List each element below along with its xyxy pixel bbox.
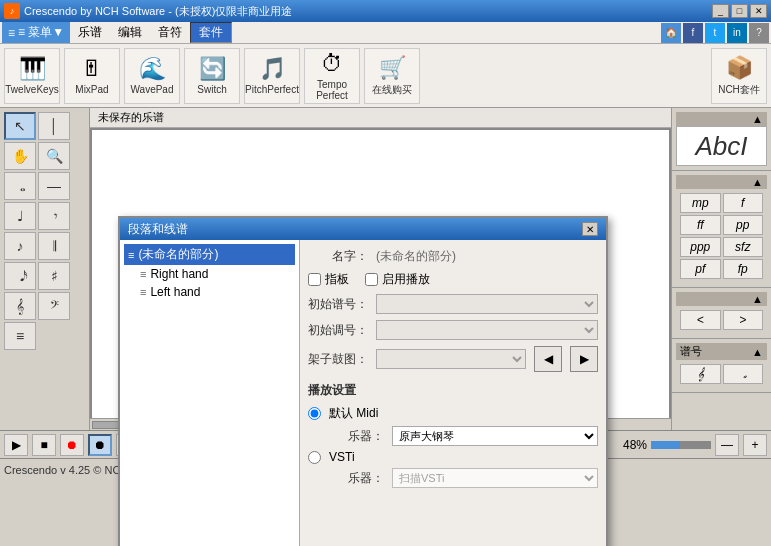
tool-note-whole[interactable]: 𝅝 xyxy=(4,172,36,200)
checkbox-fretboard-input[interactable] xyxy=(308,273,321,286)
zoom-slider[interactable] xyxy=(651,441,711,449)
playback-label: 播放设置 xyxy=(308,382,598,399)
stop-icon: ■ xyxy=(40,438,47,452)
tool-sixteenth[interactable]: 𝅘𝅥𝅯 xyxy=(4,262,36,290)
vsti-instrument-select[interactable]: 扫描VSTi xyxy=(392,468,598,488)
checkbox-playback[interactable]: 启用播放 xyxy=(365,271,430,288)
tool-treble[interactable]: 𝄞 xyxy=(4,292,36,320)
dyn-ppp[interactable]: ppp xyxy=(680,237,721,257)
frame-map-select[interactable] xyxy=(376,349,526,369)
close-button[interactable]: ✕ xyxy=(750,4,767,18)
clef-collapse[interactable]: ▲ xyxy=(752,346,763,358)
initial-key-select[interactable] xyxy=(376,320,598,340)
form-row-initial-key: 初始调号： xyxy=(308,320,598,340)
tool-online-buy[interactable]: 🛒 在线购买 xyxy=(364,48,420,104)
menu-item-edit[interactable]: 编辑 xyxy=(110,22,150,43)
maximize-button[interactable]: □ xyxy=(731,4,748,18)
tool-rest[interactable]: — xyxy=(38,172,70,200)
arrow-decrescendo[interactable]: > xyxy=(723,310,764,330)
dyn-mp[interactable]: mp xyxy=(680,193,721,213)
stop-button[interactable]: ■ xyxy=(32,434,56,456)
menu-item-kit[interactable]: 套件 xyxy=(190,22,232,43)
tool-barline[interactable]: 𝄂 xyxy=(38,232,70,260)
abc-display: AbcI xyxy=(676,126,767,166)
dyn-sfz[interactable]: sfz xyxy=(723,237,764,257)
tool-hand[interactable]: ✋ xyxy=(4,142,36,170)
tree-item-right-hand[interactable]: ≡ Right hand xyxy=(124,265,295,283)
dynamics-collapse[interactable]: ▲ xyxy=(752,176,763,188)
zoom-in-button[interactable]: + xyxy=(743,434,767,456)
social-icon-facebook[interactable]: f xyxy=(683,23,703,43)
clef-treble[interactable]: 𝄞 xyxy=(680,364,721,384)
minimize-button[interactable]: _ xyxy=(712,4,729,18)
arrow-crescendo[interactable]: < xyxy=(680,310,721,330)
dyn-pf[interactable]: pf xyxy=(680,259,721,279)
tool-bass[interactable]: 𝄢 xyxy=(38,292,70,320)
active-record-button[interactable]: ⏺ xyxy=(88,434,112,456)
app-icon: ♪ xyxy=(4,3,20,19)
clef-bass[interactable]: 𝅗 xyxy=(723,364,764,384)
twelvekeys-icon: 🎹 xyxy=(19,56,46,82)
dyn-f[interactable]: f xyxy=(723,193,764,213)
tool-switch[interactable]: 🔄 Switch xyxy=(184,48,240,104)
tool-eighth[interactable]: ♪ xyxy=(4,232,36,260)
record-button[interactable]: ⏺ xyxy=(60,434,84,456)
tool-mixpad[interactable]: 🎚 MixPad xyxy=(64,48,120,104)
dyn-fp[interactable]: fp xyxy=(723,259,764,279)
tool-staff[interactable]: ≡ xyxy=(4,322,36,350)
frame-map-btn1[interactable]: ◀ xyxy=(534,346,562,372)
clef-header: 谱号 ▲ xyxy=(676,343,767,360)
checkbox-fretboard[interactable]: 指板 xyxy=(308,271,349,288)
tool-pitchperfect[interactable]: 🎵 PitchPerfect xyxy=(244,48,300,104)
tool-line[interactable]: │ xyxy=(38,112,70,140)
menu-hamburger[interactable]: ≡ ≡ 菜单▼ xyxy=(2,22,70,43)
titlebar-controls[interactable]: _ □ ✕ xyxy=(712,4,767,18)
instrument-select[interactable]: 原声大钢琴 xyxy=(392,426,598,446)
radio-midi[interactable] xyxy=(308,407,321,420)
play-button[interactable]: ▶ xyxy=(4,434,28,456)
social-icon-linkedin[interactable]: in xyxy=(727,23,747,43)
initial-key-label: 初始调号： xyxy=(308,322,368,339)
pitchperfect-icon: 🎵 xyxy=(259,56,286,82)
arrows-grid: < > xyxy=(676,306,767,334)
dyn-pp[interactable]: pp xyxy=(723,215,764,235)
tool-eighth-rest[interactable]: 𝄾 xyxy=(38,202,70,230)
form-row-frame-map: 架子鼓图： ◀ ▶ xyxy=(308,346,598,372)
score-label: 未保存的乐谱 xyxy=(90,108,671,128)
mixpad-label: MixPad xyxy=(75,84,108,95)
nch-icon: 📦 xyxy=(726,55,753,81)
checkbox-playback-label: 启用播放 xyxy=(382,271,430,288)
mixpad-icon: 🎚 xyxy=(81,56,103,82)
tree-item-root[interactable]: ≡ (未命名的部分) xyxy=(124,244,295,265)
help-icon[interactable]: ? xyxy=(749,23,769,43)
tool-sharp[interactable]: ♯ xyxy=(38,262,70,290)
initial-clef-select[interactable] xyxy=(376,294,598,314)
wavepad-icon: 🌊 xyxy=(139,56,166,82)
checkbox-row: 指板 启用播放 xyxy=(308,271,598,288)
tool-quarter[interactable]: ♩ xyxy=(4,202,36,230)
tool-zoom[interactable]: 🔍 xyxy=(38,142,70,170)
arrows-collapse[interactable]: ▲ xyxy=(752,293,763,305)
abc-section: ▲ AbcI xyxy=(672,108,771,171)
checkbox-playback-input[interactable] xyxy=(365,273,378,286)
dialog-close-button[interactable]: ✕ xyxy=(582,222,598,236)
hamburger-icon: ≡ xyxy=(8,26,15,40)
menu-item-note[interactable]: 音符 xyxy=(150,22,190,43)
tool-twelvekeys[interactable]: 🎹 TwelveKeys xyxy=(4,48,60,104)
abc-collapse[interactable]: ▲ xyxy=(752,113,763,125)
zoom-reset-button[interactable]: — xyxy=(715,434,739,456)
tool-wavepad[interactable]: 🌊 WavePad xyxy=(124,48,180,104)
tool-nch-kit[interactable]: 📦 NCH套件 xyxy=(711,48,767,104)
menu-item-score[interactable]: 乐谱 xyxy=(70,22,110,43)
frame-map-btn2[interactable]: ▶ xyxy=(570,346,598,372)
tool-tempo[interactable]: ⏱ Tempo Perfect xyxy=(304,48,360,104)
dyn-ff[interactable]: ff xyxy=(680,215,721,235)
tree-icon-left: ≡ xyxy=(140,286,146,298)
radio-vsti[interactable] xyxy=(308,451,321,464)
social-icon-twitter[interactable]: t xyxy=(705,23,725,43)
tree-root-label: (未命名的部分) xyxy=(138,246,218,263)
tool-select[interactable]: ↖ xyxy=(4,112,36,140)
social-icon-home[interactable]: 🏠 xyxy=(661,23,681,43)
tree-item-left-hand[interactable]: ≡ Left hand xyxy=(124,283,295,301)
midi-label: 默认 Midi xyxy=(329,405,378,422)
